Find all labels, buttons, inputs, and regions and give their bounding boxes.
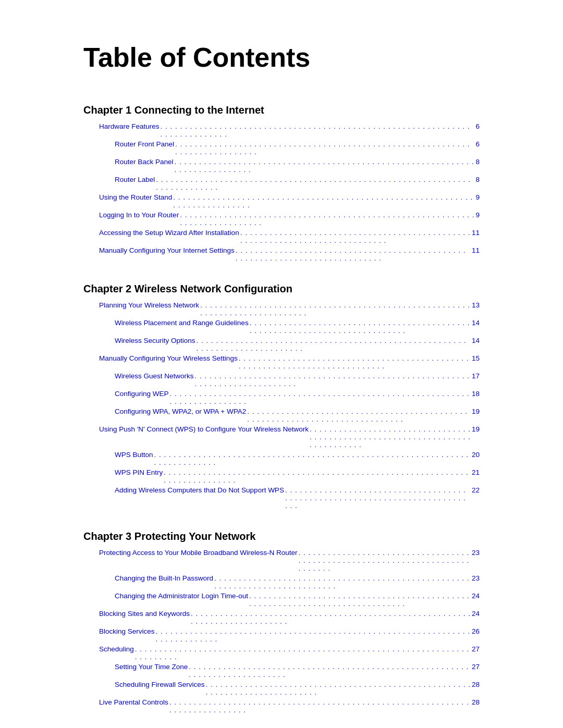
toc-dots: . . . . . . . . . . . . . . . . . . . . … — [247, 408, 471, 423]
toc-entry: Using the Router Stand . . . . . . . . .… — [83, 193, 480, 209]
toc-entry: Wireless Guest Networks . . . . . . . . … — [83, 372, 480, 388]
toc-dots: . . . . . . . . . . . . . . . . . . . . … — [164, 468, 471, 484]
toc-link[interactable]: Changing the Built-In Password — [115, 574, 213, 582]
toc-entry: Configuring WEP . . . . . . . . . . . . … — [83, 390, 480, 405]
toc-page-number: 8 — [475, 176, 480, 183]
toc-page-number: 27 — [472, 645, 480, 653]
toc-dots: . . . . . . . . . . . . . . . . . . . . … — [173, 193, 474, 209]
toc-link[interactable]: Changing the Administrator Login Time-ou… — [115, 592, 248, 600]
toc-dots: . . . . . . . . . . . . . . . . . . . . … — [169, 698, 471, 714]
toc-link[interactable]: Router Label — [115, 176, 155, 183]
toc-entry: Adding Wireless Computers that Do Not Su… — [83, 486, 480, 510]
toc-dots: . . . . . . . . . . . . . . . . . . . . … — [161, 122, 475, 138]
toc-page-number: 27 — [472, 663, 480, 671]
toc-page-number: 24 — [472, 592, 480, 600]
chapter-heading-chapter3: Chapter 3 Protecting Your Network — [83, 530, 480, 542]
toc-page-number: 6 — [475, 140, 480, 148]
toc-entry: Accessing the Setup Wizard After Install… — [83, 229, 480, 244]
toc-entry: Router Label . . . . . . . . . . . . . .… — [83, 176, 480, 191]
toc-dots: . . . . . . . . . . . . . . . . . . . . … — [135, 645, 471, 661]
toc-entry: Wireless Security Options . . . . . . . … — [83, 337, 480, 352]
toc-entry: Wireless Placement and Range Guidelines … — [83, 319, 480, 335]
toc-dots: . . . . . . . . . . . . . . . . . . . . … — [214, 574, 471, 590]
toc-link[interactable]: Logging In to Your Router — [99, 211, 179, 219]
toc-link[interactable]: Manually Configuring Your Wireless Setti… — [99, 354, 238, 362]
toc-dots: . . . . . . . . . . . . . . . . . . . . … — [175, 140, 474, 156]
toc-link[interactable]: Using the Router Stand — [99, 193, 172, 201]
toc-dots: . . . . . . . . . . . . . . . . . . . . … — [310, 425, 471, 449]
toc-dots: . . . . . . . . . . . . . . . . . . . . … — [180, 211, 474, 227]
toc-link[interactable]: Wireless Placement and Range Guidelines — [115, 319, 249, 327]
toc-entry: Logging In to Your Router . . . . . . . … — [83, 211, 480, 227]
toc-dots: . . . . . . . . . . . . . . . . . . . . … — [239, 354, 471, 370]
toc-page-number: 17 — [472, 372, 480, 380]
toc-dots: . . . . . . . . . . . . . . . . . . . . … — [240, 229, 471, 244]
toc-page-number: 11 — [472, 246, 480, 254]
toc-dots: . . . . . . . . . . . . . . . . . . . . … — [197, 337, 471, 352]
toc-dots: . . . . . . . . . . . . . . . . . . . . … — [200, 301, 471, 317]
toc-dots: . . . . . . . . . . . . . . . . . . . . … — [156, 627, 471, 643]
toc-link[interactable]: Router Front Panel — [115, 140, 174, 148]
toc-entry: Live Parental Controls . . . . . . . . .… — [83, 698, 480, 714]
toc-page-number: 11 — [472, 229, 480, 237]
toc-link[interactable]: Scheduling — [99, 645, 134, 653]
toc-link[interactable]: Blocking Sites and Keywords — [99, 610, 190, 618]
toc-dots: . . . . . . . . . . . . . . . . . . . . … — [189, 663, 471, 678]
toc-entry: Changing the Built-In Password . . . . .… — [83, 574, 480, 590]
toc-entry: Scheduling Firewall Services . . . . . .… — [83, 681, 480, 696]
toc-entry: Router Back Panel . . . . . . . . . . . … — [83, 158, 480, 174]
toc-page-number: 9 — [475, 193, 480, 201]
toc-dots: . . . . . . . . . . . . . . . . . . . . … — [250, 319, 471, 335]
toc-link[interactable]: Protecting Access to Your Mobile Broadba… — [99, 549, 297, 557]
toc-dots: . . . . . . . . . . . . . . . . . . . . … — [298, 549, 471, 572]
toc-link[interactable]: Configuring WPA, WPA2, or WPA + WPA2 — [115, 408, 246, 415]
toc-page-number: 21 — [472, 468, 480, 476]
toc-page-number: 19 — [472, 408, 480, 415]
toc-link[interactable]: Wireless Guest Networks — [115, 372, 194, 380]
toc-dots: . . . . . . . . . . . . . . . . . . . . … — [154, 451, 471, 466]
toc-dots: . . . . . . . . . . . . . . . . . . . . … — [195, 372, 471, 388]
page-title: Table of Contents — [83, 42, 480, 73]
toc-page-number: 19 — [472, 425, 480, 433]
toc-page-number: 28 — [472, 681, 480, 688]
chapter-heading-chapter2: Chapter 2 Wireless Network Configuration — [83, 283, 480, 295]
toc-link[interactable]: Accessing the Setup Wizard After Install… — [99, 229, 239, 237]
toc-entry: Configuring WPA, WPA2, or WPA + WPA2 . .… — [83, 408, 480, 423]
toc-link[interactable]: Wireless Security Options — [115, 337, 195, 344]
chapter-section-chapter1: Chapter 1 Connecting to the InternetHard… — [83, 104, 480, 262]
toc-link[interactable]: Router Back Panel — [115, 158, 174, 166]
toc-dots: . . . . . . . . . . . . . . . . . . . . … — [285, 486, 471, 510]
toc-link[interactable]: Using Push 'N' Connect (WPS) to Configur… — [99, 425, 309, 433]
toc-link[interactable]: Planning Your Wireless Network — [99, 301, 199, 309]
toc-link[interactable]: Scheduling Firewall Services — [115, 681, 205, 688]
toc-link[interactable]: Blocking Services — [99, 627, 155, 635]
toc-link[interactable]: Configuring WEP — [115, 390, 169, 398]
toc-link[interactable]: WPS Button — [115, 451, 153, 459]
toc-dots: . . . . . . . . . . . . . . . . . . . . … — [156, 176, 474, 191]
toc-entry: Setting Your Time Zone . . . . . . . . .… — [83, 663, 480, 678]
toc-link[interactable]: Manually Configuring Your Internet Setti… — [99, 246, 235, 254]
toc-page-number: 24 — [472, 610, 480, 618]
toc-dots: . . . . . . . . . . . . . . . . . . . . … — [206, 681, 471, 696]
toc-link[interactable]: Setting Your Time Zone — [115, 663, 188, 671]
toc-entry: Planning Your Wireless Network . . . . .… — [83, 301, 480, 317]
toc-entry: Hardware Features . . . . . . . . . . . … — [83, 122, 480, 138]
toc-entry: Blocking Services . . . . . . . . . . . … — [83, 627, 480, 643]
toc-entry: Changing the Administrator Login Time-ou… — [83, 592, 480, 608]
toc-link[interactable]: Hardware Features — [99, 122, 160, 130]
toc-page-number: 26 — [472, 627, 480, 635]
toc-entry: WPS PIN Entry . . . . . . . . . . . . . … — [83, 468, 480, 484]
toc-page-number: 8 — [475, 158, 480, 166]
toc-entry: Scheduling . . . . . . . . . . . . . . .… — [83, 645, 480, 661]
toc-page-number: 23 — [472, 574, 480, 582]
toc-link[interactable]: WPS PIN Entry — [115, 468, 163, 476]
toc-page-number: 9 — [475, 211, 480, 219]
toc-link[interactable]: Adding Wireless Computers that Do Not Su… — [115, 486, 284, 494]
toc-entry: Manually Configuring Your Internet Setti… — [83, 246, 480, 262]
page-container: Table of Contents Chapter 1 Connecting t… — [0, 0, 563, 728]
toc-link[interactable]: Live Parental Controls — [99, 698, 168, 706]
toc-page-number: 18 — [472, 390, 480, 398]
toc-dots: . . . . . . . . . . . . . . . . . . . . … — [191, 610, 471, 625]
toc-content: Chapter 1 Connecting to the InternetHard… — [83, 104, 480, 728]
toc-page-number: 28 — [472, 698, 480, 706]
